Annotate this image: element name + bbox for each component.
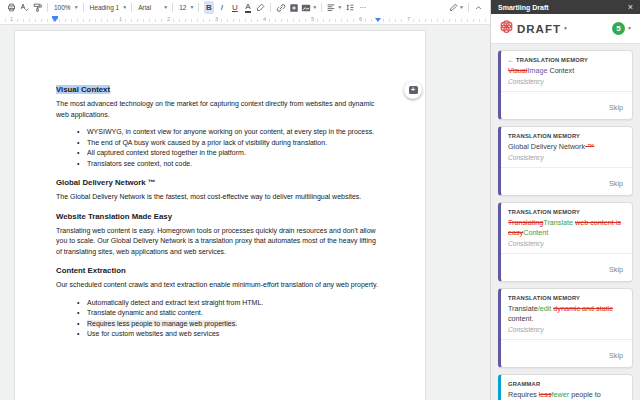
suggestion-card[interactable]: ←TRANSLATION MEMORYVisualImage ContextCo…: [498, 50, 633, 120]
doc-bullet-list: WYSIWYG, in context view for anyone work…: [56, 127, 381, 169]
sidebar-titlebar: Smartling Draft ×: [491, 0, 640, 14]
line-spacing-button[interactable]: [343, 1, 356, 14]
ruler-number: 4: [261, 16, 268, 22]
text-segment: Translating web content is easy. Homegro…: [56, 227, 376, 255]
app-window: 100% ▼ Heading 1 ▼ Arial ▼ 12 ▼ B I U A: [0, 0, 640, 400]
suggestion-card[interactable]: TRANSLATION MEMORYTranslatingTranslate w…: [498, 202, 633, 282]
suggestion-card[interactable]: TRANSLATION MEMORYGlobal Delivery Networ…: [498, 126, 633, 196]
suggestion-card[interactable]: TRANSLATION MEMORYTranslate/edit dynamic…: [498, 288, 633, 368]
toolbar-divider: [468, 3, 469, 12]
suggestion-category: TRANSLATION MEMORY: [508, 133, 625, 139]
chevron-down-icon: ▼: [337, 5, 342, 10]
suggestion-footer: Skip: [501, 167, 632, 195]
doc-bullet-item: The end of QA busy work caused by a prio…: [87, 138, 381, 149]
skip-button[interactable]: Skip: [609, 351, 623, 360]
text-segment: Translating: [508, 218, 543, 227]
toolbar-divider: [47, 3, 48, 12]
text-segment: ™: [585, 142, 594, 151]
add-comment-button[interactable]: +: [404, 81, 422, 99]
insert-image-button[interactable]: ▼: [300, 1, 318, 14]
doc-heading: Visual Context: [56, 85, 381, 94]
suggestion-footer: Skip: [501, 339, 632, 367]
highlight-color-button[interactable]: [254, 1, 267, 14]
right-margin-marker[interactable]: [375, 18, 381, 25]
suggestion-text: VisualImage Context: [508, 66, 625, 76]
spell-check-button[interactable]: [18, 1, 31, 14]
font-size-select[interactable]: 12 ▼: [176, 1, 195, 14]
text-segment: Automatically detect and extract text st…: [87, 299, 263, 306]
doc-bullet-item: All captured context stored together in …: [87, 148, 381, 159]
chevron-down-icon: ▼: [312, 5, 317, 10]
doc-bullet-item: Translate dynamic and static content.: [87, 308, 381, 319]
text-segment: less: [539, 390, 552, 399]
toolbar-divider: [321, 3, 322, 12]
editing-mode-button[interactable]: ▼: [448, 1, 465, 14]
suggestion-footer: Skip: [501, 91, 632, 119]
left-margin-marker[interactable]: [52, 18, 58, 25]
chevron-down-icon[interactable]: ▼: [563, 26, 568, 31]
text-color-button[interactable]: A: [241, 1, 254, 14]
doc-heading: Content Extraction: [56, 266, 381, 275]
text-segment: The end of QA busy work caused by a prio…: [87, 139, 327, 146]
text-segment: Image: [527, 66, 547, 75]
font-select[interactable]: Arial ▼: [135, 1, 169, 14]
text-color-icon: A: [245, 2, 250, 13]
insert-link-button[interactable]: [274, 1, 287, 14]
skip-button[interactable]: Skip: [609, 103, 623, 112]
chevron-down-icon: ▼: [189, 5, 194, 10]
pencil-icon: [449, 3, 458, 12]
skip-button[interactable]: Skip: [609, 179, 623, 188]
add-comment-icon: +: [409, 86, 418, 94]
text-segment: Content Extraction: [56, 266, 126, 275]
chevron-down-icon: ▼: [122, 5, 127, 10]
text-segment: Use for custom websites and web services: [87, 330, 219, 337]
close-icon[interactable]: ×: [628, 2, 633, 12]
underline-button[interactable]: U: [228, 1, 241, 14]
chevron-down-icon[interactable]: ▼: [627, 26, 632, 31]
document-canvas: Visual ContextThe most advanced technolo…: [0, 25, 490, 400]
paint-format-button[interactable]: [31, 1, 44, 14]
toolbar-divider: [198, 3, 199, 12]
print-button[interactable]: [5, 1, 18, 14]
align-button[interactable]: ▼: [325, 1, 343, 14]
suggestion-count-badge: 5: [612, 22, 625, 35]
suggestion-category: GRAMMAR: [508, 381, 625, 387]
suggestion-text: TranslatingTranslate web content is easy…: [508, 218, 625, 238]
text-segment: Translators see context, not code.: [87, 160, 192, 167]
text-segment: Visual: [508, 66, 527, 75]
suggestion-category: ←TRANSLATION MEMORY: [508, 57, 625, 63]
suggestion-card[interactable]: GRAMMARRequires lessfewer people to mana…: [498, 374, 633, 400]
ruler-number: 6: [357, 16, 364, 22]
more-options-button[interactable]: ⋯: [356, 1, 369, 14]
chevron-down-icon: ▼: [74, 5, 79, 10]
add-comment-toolbar-button[interactable]: [287, 1, 300, 14]
bold-button[interactable]: B: [202, 1, 215, 14]
doc-heading: Website Translation Made Easy: [56, 212, 381, 221]
ruler-number: 5: [309, 16, 316, 22]
more-icon: ⋯: [359, 1, 366, 14]
doc-bullet-item: Translators see context, not code.: [87, 159, 381, 170]
text-segment: Visual Context: [56, 85, 110, 94]
doc-bullet-item: WYSIWYG, in context view for anyone work…: [87, 127, 381, 138]
paragraph-style-value: Heading 1: [88, 4, 122, 11]
highlighter-icon: [256, 3, 265, 12]
paint-format-icon: [33, 3, 42, 12]
text-segment: Global Delivery Network: [508, 142, 585, 151]
collapse-toolbar-button[interactable]: [472, 1, 485, 14]
skip-button[interactable]: Skip: [609, 265, 623, 274]
text-segment: Website Translation Made Easy: [56, 212, 172, 221]
bold-icon: B: [204, 1, 214, 14]
text-segment: The Global Delivery Network is the faste…: [56, 193, 361, 200]
suggestion-text: Global Delivery Network ™: [508, 142, 625, 152]
smartling-sidebar: Smartling Draft × DRAFT ▼ 5 ▼ ←TRANSLATI…: [490, 0, 640, 400]
text-segment: All captured context stored together in …: [87, 149, 246, 156]
document-page[interactable]: Visual ContextThe most advanced technolo…: [14, 30, 426, 400]
zoom-select[interactable]: 100% ▼: [51, 1, 80, 14]
italic-button[interactable]: I: [215, 1, 228, 14]
paragraph-style-select[interactable]: Heading 1 ▼: [87, 1, 129, 14]
doc-bullet-list: Automatically detect and extract text st…: [56, 298, 381, 340]
suggestion-text: Requires lessfewer people to manage web …: [508, 390, 625, 400]
suggestion-category: TRANSLATION MEMORY: [508, 295, 625, 301]
ruler[interactable]: 11234567: [0, 15, 490, 25]
ruler-number: 7: [405, 16, 412, 22]
